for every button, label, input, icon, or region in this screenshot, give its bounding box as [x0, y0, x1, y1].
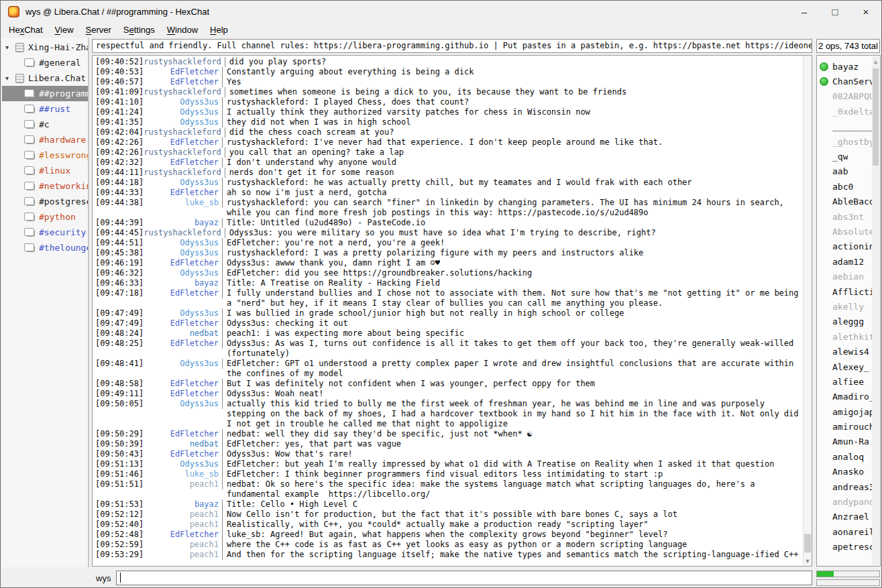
user-row[interactable]: alewis4 — [820, 344, 872, 359]
menu-settings[interactable]: Settings — [117, 23, 161, 36]
nick[interactable]: rustyshackleford — [144, 148, 221, 158]
nick[interactable]: peach1 — [190, 540, 219, 550]
expander-icon[interactable]: ▾ — [5, 74, 15, 82]
user-row[interactable]: Amun-Ra — [820, 434, 872, 449]
user-row[interactable]: abc0 — [820, 179, 872, 194]
nick[interactable]: bayaz — [195, 499, 219, 510]
menu-help[interactable]: Help — [204, 23, 234, 36]
user-row[interactable]: Absolute — [820, 224, 872, 239]
nick[interactable]: peach1 — [190, 520, 219, 530]
nick[interactable]: bayaz — [195, 218, 219, 228]
tree-channel-programming[interactable]: ##programming — [2, 86, 88, 101]
user-row[interactable]: ________ — [820, 119, 872, 134]
user-row[interactable]: apetresc — [820, 540, 872, 554]
nick[interactable]: EdFletcher — [170, 429, 219, 439]
user-row[interactable]: AbleBaco — [820, 194, 872, 209]
nick[interactable]: Odyss3us — [180, 117, 219, 127]
tree-channel-networking[interactable]: #networking — [2, 178, 88, 194]
tree-channel-postgresql[interactable]: #postgresql — [2, 194, 88, 209]
nick[interactable]: rustyshackleford — [144, 168, 221, 178]
nick[interactable]: nedbat — [190, 329, 219, 339]
nick[interactable]: nedbat — [190, 439, 219, 449]
user-row[interactable]: 082ABPQU — [820, 89, 872, 104]
nick[interactable]: Odyss3us — [180, 268, 219, 278]
user-row[interactable]: abs3nt — [820, 209, 872, 224]
user-row[interactable]: akelly — [820, 299, 872, 314]
tree-channel-rust[interactable]: ##rust — [2, 101, 88, 117]
nick[interactable]: EdFletcher — [170, 77, 219, 87]
user-row[interactable]: alethkit — [820, 329, 872, 344]
user-row[interactable]: Anasko — [820, 465, 872, 479]
nick[interactable]: Odyss3us — [180, 107, 219, 117]
menu-window[interactable]: Window — [161, 23, 204, 36]
nick[interactable]: rustyshackleford — [144, 228, 221, 238]
user-row[interactable]: Alexey_ — [820, 359, 872, 374]
nick[interactable]: EdFletcher — [170, 318, 219, 329]
user-row[interactable]: Afflicti — [820, 284, 872, 299]
nick[interactable]: rustyshackleford — [144, 127, 221, 137]
user-row[interactable]: andypand — [820, 494, 872, 509]
tree-channel-thelounge[interactable]: #thelounge — [2, 240, 88, 255]
user-row[interactable]: _0xdelta — [820, 104, 872, 119]
user-row[interactable]: amigojap — [820, 404, 872, 419]
nick[interactable]: EdFletcher — [170, 158, 219, 168]
nick[interactable]: EdFletcher — [170, 288, 219, 298]
user-row[interactable]: actionin — [820, 239, 872, 254]
chat-scrollbar-thumb[interactable] — [804, 534, 811, 552]
chat-scrollbar[interactable]: ▼ — [803, 56, 812, 566]
nick[interactable]: Odyss3us — [180, 97, 219, 107]
tree-server-libera.chat[interactable]: ▾Libera.Chat — [2, 70, 88, 86]
nick[interactable]: EdFletcher — [170, 530, 219, 540]
nick[interactable]: peach1 — [190, 479, 219, 489]
nick[interactable]: Odyss3us — [180, 178, 219, 188]
nick[interactable]: EdFletcher — [170, 258, 219, 268]
nick[interactable]: EdFletcher — [170, 137, 219, 148]
user-row[interactable]: adam12 — [820, 254, 872, 269]
nick[interactable]: rustyshackleford — [144, 87, 221, 97]
tree-server-xing-hai-zhan[interactable]: ▾Xing-Hai-Zhan — [2, 40, 88, 55]
nick[interactable]: Odyss3us — [180, 359, 219, 369]
nick[interactable]: luke_sb — [184, 198, 219, 208]
nick[interactable]: peach1 — [190, 510, 219, 520]
message-input[interactable] — [116, 571, 812, 585]
nick[interactable]: Odyss3us — [180, 399, 219, 409]
tree-channel-general[interactable]: #general — [2, 55, 88, 70]
user-row[interactable]: alfiee — [820, 374, 872, 389]
topic-bar[interactable]: respectful and friendly. Full channel ru… — [92, 39, 812, 53]
tree-channel-hardware[interactable]: #hardware — [2, 132, 88, 148]
maximize-button[interactable]: □ — [820, 1, 850, 22]
menu-view[interactable]: View — [49, 23, 80, 36]
tree-channel-security[interactable]: #security — [2, 225, 88, 240]
user-row[interactable]: amirouch — [820, 419, 872, 434]
userlist-scroll-up-icon[interactable]: ▲ — [872, 58, 879, 65]
nick[interactable]: EdFletcher — [170, 379, 219, 389]
minimize-button[interactable]: – — [789, 1, 820, 22]
tree-channel-python[interactable]: #python — [2, 209, 88, 225]
nick[interactable]: rustyshackleford — [144, 57, 221, 67]
user-row[interactable]: aab — [820, 164, 872, 179]
menu-hexchat[interactable]: HexChat — [3, 23, 49, 36]
user-row[interactable]: andreas3 — [820, 479, 872, 494]
close-button[interactable]: × — [850, 1, 881, 22]
nick[interactable]: EdFletcher — [170, 449, 219, 459]
user-row[interactable]: analoq — [820, 449, 872, 464]
nick[interactable]: Odyss3us — [180, 459, 219, 469]
user-row[interactable]: _ghostby — [820, 134, 872, 149]
tree-channel-linux[interactable]: #linux — [2, 163, 88, 178]
tree-channel-c[interactable]: #c — [2, 117, 88, 132]
user-row[interactable]: aebian — [820, 269, 872, 284]
nick[interactable]: EdFletcher — [170, 67, 219, 77]
nick[interactable]: bayaz — [195, 278, 219, 288]
expander-icon[interactable]: ▾ — [5, 44, 15, 51]
user-row[interactable]: aleggg — [820, 314, 872, 329]
user-row[interactable]: Amadiro_ — [820, 390, 872, 404]
menu-server[interactable]: Server — [80, 23, 117, 36]
userlist-scrollbar[interactable]: ▲ — [872, 56, 879, 565]
user-row[interactable]: aonareil — [820, 524, 872, 539]
user-row[interactable]: ChanServ — [820, 74, 872, 89]
nick[interactable]: EdFletcher — [170, 188, 219, 198]
own-nick-label[interactable]: wys — [92, 573, 111, 583]
nick[interactable]: peach1 — [190, 550, 219, 560]
userlist-scrollbar-thumb[interactable] — [873, 68, 879, 166]
nick[interactable]: EdFletcher — [170, 389, 219, 399]
